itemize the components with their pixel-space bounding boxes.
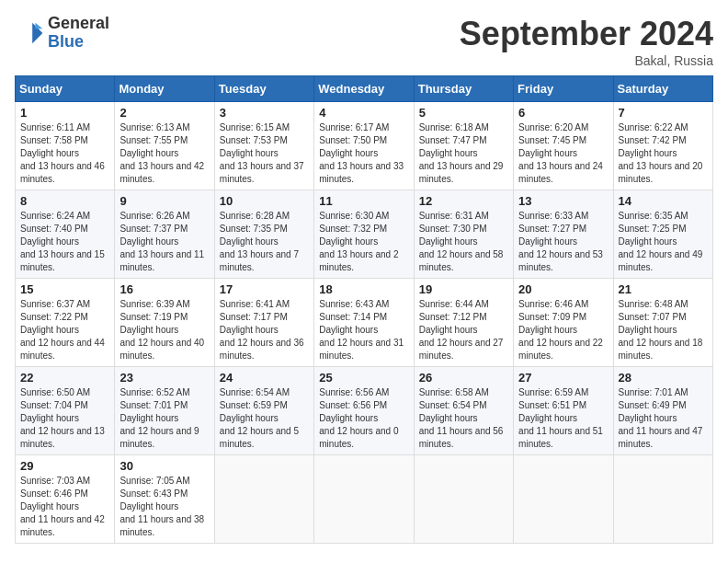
calendar-cell: 30Sunrise: 7:05 AMSunset: 6:43 PMDayligh… xyxy=(115,455,214,544)
day-number: 30 xyxy=(119,459,209,473)
day-info: Sunrise: 6:43 AMSunset: 7:14 PMDaylight … xyxy=(319,298,408,362)
day-number: 27 xyxy=(518,371,608,385)
day-number: 3 xyxy=(220,106,309,120)
calendar-week-1: 1Sunrise: 6:11 AMSunset: 7:58 PMDaylight… xyxy=(16,102,713,190)
day-number: 15 xyxy=(20,282,109,296)
day-info: Sunrise: 6:52 AMSunset: 7:01 PMDaylight … xyxy=(119,386,209,451)
calendar-cell: 18Sunrise: 6:43 AMSunset: 7:14 PMDayligh… xyxy=(314,279,414,367)
calendar-cell xyxy=(414,455,513,544)
logo: General Blue xyxy=(15,15,109,52)
calendar-cell: 9Sunrise: 6:26 AMSunset: 7:37 PMDaylight… xyxy=(115,190,214,279)
calendar-cell: 4Sunrise: 6:17 AMSunset: 7:50 PMDaylight… xyxy=(314,102,414,190)
calendar-cell: 14Sunrise: 6:35 AMSunset: 7:25 PMDayligh… xyxy=(613,190,712,279)
day-info: Sunrise: 6:46 AMSunset: 7:09 PMDaylight … xyxy=(518,298,608,362)
calendar-cell: 16Sunrise: 6:39 AMSunset: 7:19 PMDayligh… xyxy=(115,279,214,367)
calendar-cell: 12Sunrise: 6:31 AMSunset: 7:30 PMDayligh… xyxy=(414,190,513,279)
calendar-cell: 6Sunrise: 6:20 AMSunset: 7:45 PMDaylight… xyxy=(514,102,613,190)
day-info: Sunrise: 6:17 AMSunset: 7:50 PMDaylight … xyxy=(319,121,408,186)
calendar-cell: 27Sunrise: 6:59 AMSunset: 6:51 PMDayligh… xyxy=(514,367,613,455)
day-info: Sunrise: 6:31 AMSunset: 7:30 PMDaylight … xyxy=(419,210,508,274)
calendar-cell: 29Sunrise: 7:03 AMSunset: 6:46 PMDayligh… xyxy=(16,455,115,544)
calendar-cell: 22Sunrise: 6:50 AMSunset: 7:04 PMDayligh… xyxy=(16,367,115,455)
calendar-cell: 23Sunrise: 6:52 AMSunset: 7:01 PMDayligh… xyxy=(115,367,214,455)
day-info: Sunrise: 6:37 AMSunset: 7:22 PMDaylight … xyxy=(20,298,109,362)
day-number: 9 xyxy=(119,194,209,208)
day-number: 13 xyxy=(518,194,608,208)
calendar-cell: 3Sunrise: 6:15 AMSunset: 7:53 PMDaylight… xyxy=(214,102,313,190)
day-number: 19 xyxy=(419,282,508,296)
day-info: Sunrise: 6:56 AMSunset: 6:56 PMDaylight … xyxy=(319,386,408,451)
day-header-tuesday: Tuesday xyxy=(214,76,313,102)
svg-marker-1 xyxy=(35,23,42,29)
day-number: 4 xyxy=(319,106,408,120)
day-header-wednesday: Wednesday xyxy=(314,76,414,102)
day-header-thursday: Thursday xyxy=(414,76,513,102)
day-number: 6 xyxy=(518,106,608,120)
calendar-cell xyxy=(314,455,414,544)
title-block: September 2024 Bakal, Russia xyxy=(460,15,713,68)
calendar-cell xyxy=(214,455,313,544)
location: Bakal, Russia xyxy=(460,53,713,68)
day-info: Sunrise: 6:30 AMSunset: 7:32 PMDaylight … xyxy=(319,210,408,274)
day-info: Sunrise: 6:44 AMSunset: 7:12 PMDaylight … xyxy=(419,298,508,362)
day-info: Sunrise: 6:13 AMSunset: 7:55 PMDaylight … xyxy=(119,121,209,186)
day-info: Sunrise: 6:26 AMSunset: 7:37 PMDaylight … xyxy=(119,210,209,274)
page-header: General Blue September 2024 Bakal, Russi… xyxy=(15,15,713,68)
day-number: 25 xyxy=(319,371,408,385)
month-title: September 2024 xyxy=(460,15,713,53)
day-info: Sunrise: 7:05 AMSunset: 6:43 PMDaylight … xyxy=(119,475,209,539)
calendar-cell: 10Sunrise: 6:28 AMSunset: 7:35 PMDayligh… xyxy=(214,190,313,279)
day-info: Sunrise: 6:35 AMSunset: 7:25 PMDaylight … xyxy=(619,210,708,274)
day-number: 1 xyxy=(20,106,109,120)
day-header-sunday: Sunday xyxy=(16,76,115,102)
calendar-header-row: SundayMondayTuesdayWednesdayThursdayFrid… xyxy=(16,76,713,102)
calendar-cell: 17Sunrise: 6:41 AMSunset: 7:17 PMDayligh… xyxy=(214,279,313,367)
day-number: 20 xyxy=(518,282,608,296)
day-header-friday: Friday xyxy=(514,76,613,102)
calendar-week-3: 15Sunrise: 6:37 AMSunset: 7:22 PMDayligh… xyxy=(16,279,713,367)
calendar-cell: 24Sunrise: 6:54 AMSunset: 6:59 PMDayligh… xyxy=(214,367,313,455)
day-info: Sunrise: 6:59 AMSunset: 6:51 PMDaylight … xyxy=(518,386,608,451)
day-info: Sunrise: 6:28 AMSunset: 7:35 PMDaylight … xyxy=(220,210,309,274)
day-header-saturday: Saturday xyxy=(613,76,712,102)
calendar-cell: 2Sunrise: 6:13 AMSunset: 7:55 PMDaylight… xyxy=(115,102,214,190)
calendar-cell: 19Sunrise: 6:44 AMSunset: 7:12 PMDayligh… xyxy=(414,279,513,367)
day-number: 16 xyxy=(119,282,209,296)
calendar-cell: 7Sunrise: 6:22 AMSunset: 7:42 PMDaylight… xyxy=(613,102,712,190)
day-info: Sunrise: 6:48 AMSunset: 7:07 PMDaylight … xyxy=(619,298,708,362)
day-info: Sunrise: 6:18 AMSunset: 7:47 PMDaylight … xyxy=(419,121,508,186)
day-number: 8 xyxy=(20,194,109,208)
calendar-cell: 28Sunrise: 7:01 AMSunset: 6:49 PMDayligh… xyxy=(613,367,712,455)
day-number: 2 xyxy=(119,106,209,120)
day-number: 17 xyxy=(220,282,309,296)
calendar-cell: 26Sunrise: 6:58 AMSunset: 6:54 PMDayligh… xyxy=(414,367,513,455)
day-number: 23 xyxy=(119,371,209,385)
day-info: Sunrise: 6:58 AMSunset: 6:54 PMDaylight … xyxy=(419,386,508,451)
calendar-cell: 15Sunrise: 6:37 AMSunset: 7:22 PMDayligh… xyxy=(16,279,115,367)
day-info: Sunrise: 6:15 AMSunset: 7:53 PMDaylight … xyxy=(220,121,309,186)
calendar-table: SundayMondayTuesdayWednesdayThursdayFrid… xyxy=(15,75,713,544)
day-info: Sunrise: 6:11 AMSunset: 7:58 PMDaylight … xyxy=(20,121,109,186)
day-header-monday: Monday xyxy=(115,76,214,102)
day-info: Sunrise: 6:50 AMSunset: 7:04 PMDaylight … xyxy=(20,386,109,451)
calendar-cell: 21Sunrise: 6:48 AMSunset: 7:07 PMDayligh… xyxy=(613,279,712,367)
calendar-cell xyxy=(514,455,613,544)
calendar-week-5: 29Sunrise: 7:03 AMSunset: 6:46 PMDayligh… xyxy=(16,455,713,544)
day-info: Sunrise: 6:39 AMSunset: 7:19 PMDaylight … xyxy=(119,298,209,362)
day-number: 22 xyxy=(20,371,109,385)
calendar-cell: 25Sunrise: 6:56 AMSunset: 6:56 PMDayligh… xyxy=(314,367,414,455)
day-number: 12 xyxy=(419,194,508,208)
logo-text: General Blue xyxy=(48,15,109,52)
calendar-cell: 5Sunrise: 6:18 AMSunset: 7:47 PMDaylight… xyxy=(414,102,513,190)
calendar-cell xyxy=(613,455,712,544)
day-number: 26 xyxy=(419,371,508,385)
day-number: 21 xyxy=(619,282,708,296)
day-info: Sunrise: 6:22 AMSunset: 7:42 PMDaylight … xyxy=(619,121,708,186)
day-number: 18 xyxy=(319,282,408,296)
day-number: 14 xyxy=(619,194,708,208)
day-number: 10 xyxy=(220,194,309,208)
day-number: 24 xyxy=(220,371,309,385)
day-info: Sunrise: 6:20 AMSunset: 7:45 PMDaylight … xyxy=(518,121,608,186)
calendar-cell: 8Sunrise: 6:24 AMSunset: 7:40 PMDaylight… xyxy=(16,190,115,279)
day-number: 11 xyxy=(319,194,408,208)
